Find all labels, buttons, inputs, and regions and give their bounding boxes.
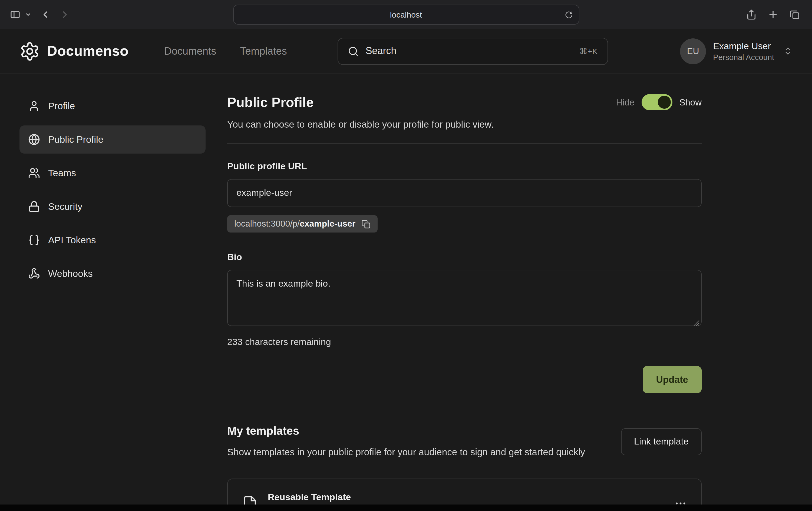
my-templates-section: My templates Show templates in your publ… [227, 424, 702, 511]
nav-documents[interactable]: Documents [164, 45, 216, 57]
sidebar-item-label: API Tokens [48, 234, 96, 246]
lock-icon [28, 201, 40, 212]
sidebar-item-security[interactable]: Security [20, 192, 206, 221]
user-account-type: Personal Account [713, 53, 774, 61]
bio-textarea[interactable]: This is an example bio. [227, 270, 702, 326]
visibility-toggle-group: Hide Show [616, 94, 702, 110]
app-header: Documenso Documents Templates Search ⌘+K… [0, 29, 812, 73]
sidebar-item-profile[interactable]: Profile [20, 92, 206, 120]
forward-icon[interactable] [59, 9, 70, 20]
main-panel: Public Profile Hide Show You can choose … [227, 87, 702, 511]
browser-chrome: localhost [0, 0, 812, 29]
sidebar-item-label: Profile [48, 100, 75, 112]
search-placeholder: Search [366, 46, 396, 57]
screen: localhost Documenso Documents [0, 0, 812, 511]
documenso-logo-icon [20, 41, 40, 61]
tab-overview-icon[interactable] [789, 9, 800, 20]
window-bottom-edge [0, 505, 812, 511]
user-icon [28, 100, 40, 112]
reload-icon[interactable] [564, 10, 573, 19]
public-url-preview-text: localhost:3000/p/example-user [234, 219, 355, 229]
template-name: Reusable Template [268, 492, 473, 503]
public-url-input[interactable] [227, 179, 702, 207]
user-name: Example User [713, 41, 774, 52]
users-icon [28, 167, 40, 179]
toggle-hide-label: Hide [616, 97, 635, 107]
my-templates-description: Show templates in your public profile fo… [227, 445, 585, 459]
profile-visibility-toggle[interactable] [641, 94, 672, 110]
browser-nav-controls [0, 9, 70, 20]
sidebar-item-label: Public Profile [48, 134, 103, 145]
sidebar-item-public-profile[interactable]: Public Profile [20, 125, 206, 154]
sidebar-item-label: Webhooks [48, 268, 93, 279]
copy-icon[interactable] [361, 219, 371, 229]
globe-icon [28, 133, 40, 146]
settings-sidebar: Profile Public Profile Teams Security [20, 87, 206, 511]
public-url-preview: localhost:3000/p/example-user [227, 215, 378, 233]
back-icon[interactable] [40, 9, 51, 20]
webhook-icon [28, 268, 40, 279]
sidebar-item-label: Teams [48, 168, 76, 179]
update-button[interactable]: Update [642, 366, 702, 393]
user-menu[interactable]: EU Example User Personal Account [680, 38, 792, 64]
page-title: Public Profile [227, 94, 314, 110]
address-text: localhost [390, 10, 422, 19]
divider [227, 143, 702, 144]
search-input[interactable]: Search ⌘+K [337, 37, 608, 65]
link-template-button[interactable]: Link template [621, 428, 702, 455]
chevrons-up-down-icon [783, 47, 792, 56]
new-tab-icon[interactable] [767, 9, 779, 20]
brand-name: Documenso [47, 43, 128, 59]
sidebar-toggle-icon[interactable] [10, 9, 21, 20]
characters-remaining: 233 characters remaining [227, 337, 702, 348]
share-icon[interactable] [746, 9, 757, 20]
toggle-knob [658, 96, 670, 109]
toggle-show-label: Show [679, 97, 702, 107]
braces-icon [28, 234, 40, 246]
sidebar-item-teams[interactable]: Teams [20, 159, 206, 187]
public-url-label: Public profile URL [227, 161, 702, 172]
toolbar-chevron-down-icon[interactable] [25, 11, 31, 18]
main-nav: Documents Templates [164, 45, 287, 57]
public-url-section: Public profile URL localhost:3000/p/exam… [227, 161, 702, 233]
sidebar-item-label: Security [48, 201, 82, 212]
bio-label: Bio [227, 252, 702, 263]
my-templates-title: My templates [227, 424, 585, 438]
address-bar[interactable]: localhost [233, 5, 579, 25]
bio-section: Bio This is an example bio. 233 characte… [227, 252, 702, 348]
sidebar-item-api-tokens[interactable]: API Tokens [20, 226, 206, 254]
brand[interactable]: Documenso [20, 41, 128, 61]
nav-templates[interactable]: Templates [240, 45, 287, 57]
avatar: EU [680, 38, 706, 64]
sidebar-item-webhooks[interactable]: Webhooks [20, 260, 206, 288]
page-subtitle: You can choose to enable or disable your… [227, 119, 702, 130]
content: Profile Public Profile Teams Security [0, 73, 812, 511]
browser-window-controls [746, 9, 812, 20]
search-icon [348, 46, 358, 57]
search-shortcut: ⌘+K [579, 46, 598, 56]
